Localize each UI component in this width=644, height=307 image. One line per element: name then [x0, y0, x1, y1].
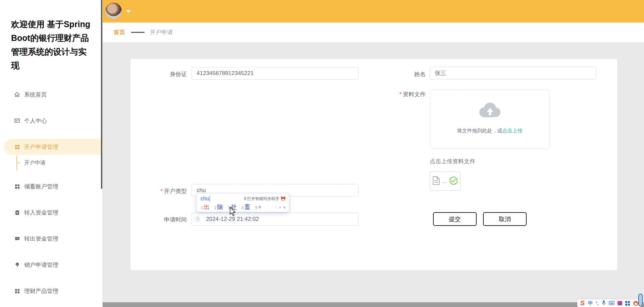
upload-hint-text: 点击上传资料文件: [430, 158, 475, 165]
sidebar-item-label: 储蓄账户管理: [24, 183, 58, 190]
breadcrumb-current: 开户申请: [150, 28, 173, 36]
id-card-label: 身份证: [151, 70, 187, 78]
clock-icon: [195, 217, 200, 222]
ime-candidate-4[interactable]: 4畜: [241, 203, 251, 211]
sidebar-item-savings-account-mgmt[interactable]: 储蓄账户管理: [0, 178, 103, 194]
clipboard-x-icon: [14, 209, 20, 216]
sidebar-item-label: 个人中心: [24, 117, 47, 125]
home-icon: [14, 91, 20, 98]
ime-prev-page-icon[interactable]: ‹: [275, 204, 277, 210]
panel-icon: [14, 118, 20, 124]
sidebar-item-label: 系统首页: [24, 91, 47, 99]
chinese-mode-icon[interactable]: 中: [588, 300, 593, 306]
chevron-down-icon[interactable]: [126, 10, 131, 13]
required-marker: *: [160, 188, 163, 194]
apply-time-label: 申请时间: [130, 216, 187, 224]
sidebar-scrollbar-thumb[interactable]: [101, 0, 102, 189]
file-dropzone[interactable]: 将文件拖到此处，或点击上传: [430, 89, 550, 148]
upload-link[interactable]: 点击上传: [502, 128, 523, 133]
ime-page-nav: ‹ › ∨: [275, 204, 286, 210]
virtual-keyboard-icon[interactable]: [609, 300, 614, 306]
sidebar-welcome-title: 欢迎使用 基于SpringBoot的银行理财产品管理系统的设计与实现: [11, 17, 91, 72]
punctuation-mode-icon[interactable]: °,: [596, 301, 598, 306]
sidebar-item-wealth-product-mgmt[interactable]: 理财产品管理: [0, 283, 103, 299]
grid-icon: [14, 183, 20, 189]
account-type-label: *开户类型: [130, 187, 187, 195]
avatar[interactable]: [105, 3, 122, 19]
sidebar-item-label: 开户申请管理: [24, 143, 58, 151]
ime-expand-icon[interactable]: ∨: [283, 205, 286, 209]
sidebar: 欢迎使用 基于SpringBoot的银行理财产品管理系统的设计与实现 系统首页 …: [0, 0, 103, 307]
sidebar-item-label: 转出资金管理: [24, 235, 58, 243]
submit-button[interactable]: 提交: [433, 212, 477, 226]
apply-time-input[interactable]: [192, 212, 359, 226]
app-root: 欢迎使用 基于SpringBoot的银行理财产品管理系统的设计与实现 系统首页 …: [0, 0, 644, 307]
cancel-button[interactable]: 取消: [483, 212, 527, 226]
sidebar-item-transfer-in-mgmt[interactable]: 转入资金管理: [0, 204, 103, 221]
ime-pinyin-text: chu: [201, 196, 210, 202]
ime-next-page-icon[interactable]: ›: [279, 204, 281, 210]
ime-candidate-2[interactable]: 2除: [214, 203, 223, 211]
active-guide-tick: [16, 163, 20, 163]
upload-success-check-icon: [449, 176, 458, 186]
sidebar-subitem-label: 开户申请: [24, 160, 46, 167]
ime-candidate-5[interactable]: 5÷: [255, 204, 262, 211]
name-label: 姓名: [389, 70, 426, 78]
sidebar-item-label: 理财产品管理: [24, 287, 58, 295]
top-header-bar: [103, 0, 644, 22]
breadcrumb-separator: [131, 32, 145, 33]
uploaded-file-chip[interactable]: ..: [430, 172, 461, 191]
ai-assistant-icon[interactable]: [633, 301, 638, 306]
upload-drag-text: 将文件拖到此处，或点击上传: [430, 128, 549, 134]
sidebar-item-account-open-mgmt[interactable]: 开户申请管理: [4, 139, 103, 155]
sidebar-item-personal-center[interactable]: 个人中心: [0, 113, 103, 129]
ime-candidate-row: 1出 2除 3处 4畜 5÷ ‹ › ∨: [201, 203, 286, 211]
breadcrumb: 首页 开户申请: [103, 22, 644, 42]
ime-candidate-popup: chu 9 打开智能写作助手 1出 2除 3处 4畜 5÷ ‹ › ∨: [196, 193, 289, 212]
ime-candidate-1[interactable]: 1出: [201, 203, 210, 211]
upload-cloud-icon: [430, 101, 549, 119]
id-card-input[interactable]: [192, 67, 359, 80]
document-icon: [432, 176, 440, 187]
account-open-form-card: 身份证 姓名 *资料文件 将文件拖到此处，或点击上传 点击上传资: [130, 59, 617, 270]
sidebar-item-transfer-out-mgmt[interactable]: 转出资金管理: [0, 231, 103, 247]
ime-candidate-3[interactable]: 3处: [228, 203, 237, 211]
sidebar-item-home[interactable]: 系统首页: [0, 86, 103, 103]
grid-icon: [14, 288, 20, 294]
file-name-ellipsis: ..: [442, 178, 446, 184]
ime-assistant-hint[interactable]: 9 打开智能写作助手: [244, 196, 286, 202]
sogou-logo-icon[interactable]: S: [580, 300, 585, 306]
pin-icon: [14, 262, 20, 268]
ai-assistant-icon: [281, 196, 286, 201]
chat-bubble-icon: [14, 236, 20, 242]
toolbox-icon[interactable]: [625, 301, 630, 306]
name-input[interactable]: [430, 67, 596, 79]
scrollbar-thumb[interactable]: [638, 294, 643, 306]
sidebar-item-label: 转入资金管理: [24, 209, 58, 217]
microphone-icon[interactable]: [602, 300, 606, 307]
file-label: *资料文件: [365, 90, 426, 98]
sidebar-subitem-account-open[interactable]: 开户申请: [0, 156, 103, 170]
grid-icon: [14, 144, 20, 150]
sidebar-item-account-close-mgmt[interactable]: 销户申请管理: [0, 257, 103, 273]
skin-icon[interactable]: [618, 301, 622, 305]
breadcrumb-home-link[interactable]: 首页: [114, 28, 125, 36]
sidebar-item-label: 销户申请管理: [24, 261, 58, 269]
required-marker: *: [399, 91, 401, 98]
ime-toolbar: S 中 °,: [577, 299, 641, 307]
bottom-edge-strip: [103, 302, 644, 307]
ime-composition-row: chu 9 打开智能写作助手: [201, 195, 286, 203]
